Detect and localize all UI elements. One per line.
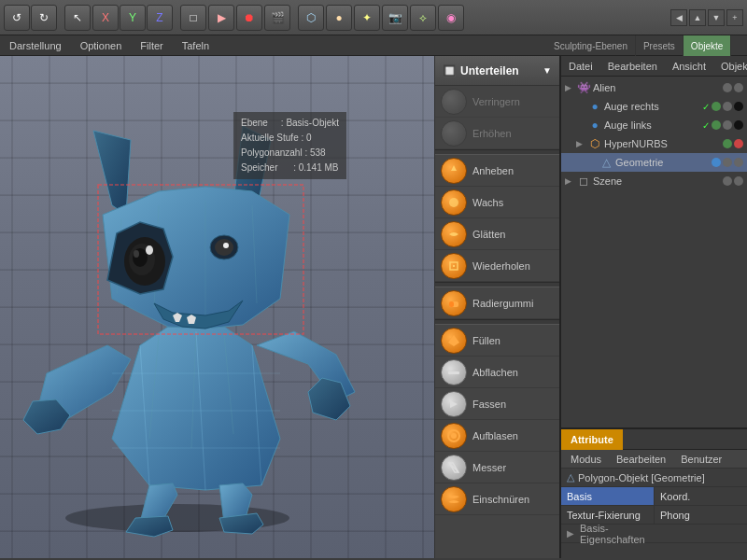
- undo-button[interactable]: ↺: [4, 5, 30, 31]
- hier-geometrie[interactable]: △ Geometrie: [561, 153, 747, 172]
- attr-subtab-modus[interactable]: Modus: [567, 454, 605, 465]
- menu-darstellung[interactable]: Darstellung: [6, 38, 65, 53]
- szene-arrow: ▶: [565, 176, 574, 186]
- rp-menu-objekt[interactable]: Objekt: [713, 56, 747, 77]
- einschnuren-icon: [441, 486, 467, 512]
- stufe-label: Aktuelle Stufe: [241, 133, 299, 143]
- object-button[interactable]: □: [180, 5, 206, 31]
- play-button[interactable]: ▶: [208, 5, 234, 31]
- tab-presets[interactable]: Presets: [636, 35, 684, 56]
- hier-auge-rechts[interactable]: ● Auge rechts ✓: [561, 97, 747, 116]
- texture-button[interactable]: ◉: [438, 5, 464, 31]
- viewport-nav-controls: ◀ ▲ ▼ +: [670, 9, 743, 26]
- svg-marker-5: [93, 131, 131, 215]
- nav-plus-button[interactable]: +: [726, 9, 743, 26]
- ebene-val: Basis-Objekt: [286, 118, 339, 128]
- alien-arrow: ▶: [565, 83, 574, 92]
- y-axis-button[interactable]: Y: [120, 5, 146, 31]
- tab-objekte[interactable]: Objekte: [684, 35, 731, 56]
- right-panel-tabs: Sculpting-Ebenen Presets Objekte: [546, 35, 747, 55]
- poly-val: 538: [310, 147, 326, 158]
- attr-subtab-bearbeiten[interactable]: Bearbeiten: [613, 454, 669, 465]
- svg-rect-41: [449, 301, 454, 307]
- rp-menu-ansicht[interactable]: Ansicht: [665, 56, 713, 77]
- auge-links-dot3: [734, 120, 743, 130]
- attr-subtab-benutzer[interactable]: Benutzer: [677, 454, 726, 465]
- messer-label: Messer: [472, 462, 506, 473]
- abflachen-tool[interactable]: Abflachen: [435, 357, 559, 388]
- rp-menu-datei[interactable]: Datei: [561, 56, 600, 77]
- aufblasen-tool[interactable]: Aufblasen: [435, 420, 559, 452]
- verringern-icon: [441, 89, 467, 115]
- glatten-label: Glätten: [472, 229, 505, 240]
- subdivide-button[interactable]: 🔲 Unterteilen ▼: [435, 56, 559, 86]
- wiederholen-tool[interactable]: Wiederholen: [435, 250, 559, 282]
- geometrie-status: [712, 158, 743, 167]
- bend-button[interactable]: ⟡: [410, 5, 436, 31]
- einschnuren-tool[interactable]: Einschnüren: [435, 483, 559, 515]
- attr-cell-basis[interactable]: Basis: [561, 487, 655, 505]
- attr-section-label: Basis-Eigenschaften: [580, 523, 673, 545]
- fassen-icon: [441, 391, 467, 417]
- auge-links-check: ✓: [702, 120, 710, 131]
- attr-cell-koord[interactable]: Koord.: [655, 487, 747, 505]
- attr-section-basis-eigenschaften: ▶ Basis-Eigenschaften: [561, 525, 747, 543]
- viewport-3d[interactable]: Ebene : Basis-Objekt Aktuelle Stufe : 0 …: [0, 56, 434, 558]
- auge-links-name: Auge links: [604, 119, 700, 131]
- nav-left-button[interactable]: ◀: [670, 9, 687, 26]
- attr-object-name: Polygon-Objekt [Geometrie]: [578, 472, 705, 483]
- light-button[interactable]: ✦: [354, 5, 380, 31]
- anheben-tool[interactable]: Anheben: [435, 155, 559, 187]
- aufblasen-icon: [441, 423, 467, 449]
- auge-links-dot2: [723, 120, 732, 130]
- auge-links-dot1: [712, 120, 721, 130]
- speicher-label: Speicher: [241, 162, 277, 173]
- messer-tool[interactable]: Messer: [435, 452, 559, 483]
- einschnuren-label: Einschnüren: [472, 494, 529, 505]
- menu-tafeln[interactable]: Tafeln: [178, 38, 213, 53]
- nav-down-button[interactable]: ▼: [708, 9, 725, 26]
- hier-alien[interactable]: ▶ 👾 Alien: [561, 78, 747, 97]
- auge-rechts-dot2: [723, 102, 732, 111]
- svg-point-16: [134, 250, 139, 258]
- menu-bar: Darstellung Optionen Filter Tafeln Sculp…: [0, 35, 747, 56]
- wiederholen-label: Wiederholen: [472, 260, 530, 272]
- sphere-button[interactable]: ●: [326, 5, 352, 31]
- menu-filter[interactable]: Filter: [136, 38, 166, 53]
- hier-hypernurbs[interactable]: ▶ ⬡ HyperNURBS: [561, 134, 747, 153]
- erhohen-icon: [441, 120, 467, 147]
- record-button[interactable]: ⏺: [236, 5, 262, 31]
- hypernurbs-status: [723, 139, 743, 148]
- rp-menu-bearbeiten[interactable]: Bearbeiten: [600, 56, 665, 77]
- axis-group: X Y Z: [92, 5, 173, 31]
- attr-row-basis-koord: Basis Koord.: [561, 487, 747, 506]
- z-axis-button[interactable]: Z: [147, 5, 173, 31]
- select-tool-button[interactable]: ↖: [64, 5, 91, 31]
- nav-up-button[interactable]: ▲: [689, 9, 706, 26]
- auge-rechts-status: ✓: [702, 102, 743, 112]
- auge-links-icon: ●: [587, 119, 602, 132]
- wachs-tool[interactable]: Wachs: [435, 187, 559, 218]
- tab-sculpting-ebenen[interactable]: Sculpting-Ebenen: [546, 35, 636, 56]
- x-axis-button[interactable]: X: [92, 5, 119, 31]
- redo-button[interactable]: ↻: [31, 5, 57, 31]
- cube-button[interactable]: ⬡: [298, 5, 324, 31]
- clapper-button[interactable]: 🎬: [264, 5, 290, 31]
- glatten-icon: [441, 221, 467, 247]
- fassen-tool[interactable]: Fassen: [435, 388, 559, 420]
- erhohen-label: Erhöhen: [472, 128, 512, 139]
- radiergummi-tool[interactable]: Radiergummi: [435, 287, 559, 319]
- svg-rect-42: [448, 371, 459, 374]
- menu-optionen[interactable]: Optionen: [77, 38, 126, 53]
- hier-auge-links[interactable]: ● Auge links ✓: [561, 116, 747, 134]
- hier-szene[interactable]: ▶ ◻ Szene: [561, 172, 747, 190]
- attr-tab-attribute[interactable]: Attribute: [561, 429, 623, 450]
- attr-cell-phong[interactable]: Phong: [655, 506, 747, 524]
- wachs-icon: [441, 189, 467, 216]
- attribute-object-label: △ Polygon-Objekt [Geometrie]: [561, 469, 747, 487]
- fullen-tool[interactable]: Füllen: [435, 325, 559, 357]
- radiergummi-icon: [441, 290, 467, 316]
- attr-cell-textur[interactable]: Textur-Fixierung: [561, 506, 655, 524]
- glatten-tool[interactable]: Glätten: [435, 218, 559, 250]
- camera-button[interactable]: 📷: [382, 5, 408, 31]
